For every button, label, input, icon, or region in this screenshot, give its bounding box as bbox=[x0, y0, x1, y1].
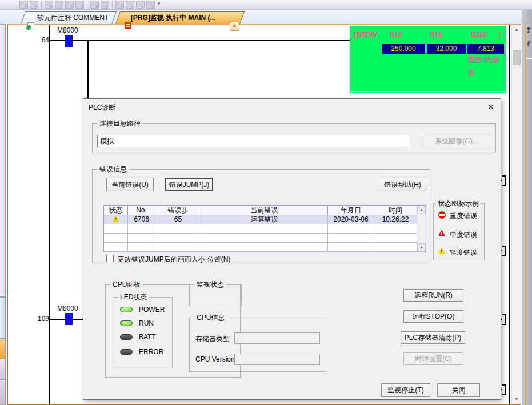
operand-d12: D12 bbox=[390, 31, 402, 39]
scroll-down-icon[interactable]: ▼ bbox=[417, 243, 426, 252]
toolbar-icon-comment-edit[interactable] bbox=[75, 1, 84, 9]
toolbar-icon-comment-view[interactable] bbox=[30, 1, 38, 9]
scrollbar-thumb[interactable] bbox=[513, 50, 521, 65]
monitor-stop-button[interactable]: 监视停止(T) bbox=[381, 383, 430, 397]
device-comment-toolbar: ▾ bbox=[0, 0, 532, 10]
scroll-down-icon[interactable]: ▼ bbox=[512, 395, 521, 404]
col-header-step[interactable]: 错误步 bbox=[155, 206, 201, 215]
error-table: 状态 No. 错误步 当前错误 年月日 时间 ! 6706 65 运算错误 20… bbox=[103, 205, 426, 252]
panel-partial-text: 扌 bbox=[527, 26, 532, 34]
memory-type-field: - bbox=[234, 332, 320, 344]
tab-device-comment-label: 软元件注释 COMMENT bbox=[23, 12, 114, 24]
instruction-end-bracket bbox=[502, 384, 506, 395]
empty-cell bbox=[374, 224, 417, 234]
minor-error-icon: ! bbox=[438, 247, 445, 254]
ladder-vertical-scrollbar[interactable]: ▲ ▼ bbox=[511, 25, 521, 404]
error-row-error-cell[interactable]: 运算错误 bbox=[201, 215, 328, 224]
toolbar-icon-clear-device[interactable] bbox=[115, 1, 124, 9]
status-icon-legend-label: 状态图标示例 bbox=[435, 199, 481, 207]
docked-panel-tab-gray1[interactable] bbox=[0, 359, 6, 379]
toolbar-icon-delete-range[interactable] bbox=[55, 1, 63, 9]
cpu-info-group-label: CPU信息 bbox=[194, 314, 227, 322]
toolbar-overflow-icon[interactable]: ▾ bbox=[158, 1, 161, 6]
resize-after-jump-checkbox[interactable] bbox=[106, 255, 114, 262]
col-header-status[interactable]: 状态 bbox=[104, 206, 128, 215]
document-tab-bar: × 软元件注释 COMMENT [PRG]监视 执行中 MAIN (... ✕ … bbox=[0, 10, 532, 24]
dialog-close-icon[interactable]: ✕ bbox=[486, 102, 496, 112]
empty-cell bbox=[128, 243, 155, 252]
led-error-label: ERROR bbox=[139, 348, 163, 356]
empty-cell bbox=[328, 234, 374, 243]
error-row-date-cell[interactable]: 2020-03-06 bbox=[328, 215, 374, 224]
empty-cell bbox=[104, 234, 128, 243]
connection-path-field[interactable]: 模拟 bbox=[97, 135, 410, 147]
tab-close-button[interactable]: ✕ bbox=[230, 22, 239, 31]
instruction-end-bracket bbox=[502, 175, 506, 186]
dialog-title-bar[interactable]: PLC诊断 ✕ bbox=[83, 99, 501, 115]
contact-m8000-on[interactable] bbox=[65, 35, 73, 47]
monitor-status-group-label: 监视状态 bbox=[194, 280, 226, 288]
connection-path-group-label: 连接目标路径 bbox=[97, 119, 143, 127]
minor-error-label: 轻度错误 bbox=[450, 248, 477, 258]
minor-error-icon: ! bbox=[113, 215, 119, 222]
col-header-date[interactable]: 年月日 bbox=[328, 206, 374, 215]
error-row-step-cell[interactable]: 65 bbox=[155, 215, 201, 224]
dialog-title: PLC诊断 bbox=[89, 103, 115, 113]
instruction-end-bracket bbox=[502, 314, 506, 325]
error-info-group-label: 错误信息 bbox=[97, 165, 129, 173]
rung-number: 64 bbox=[14, 36, 49, 44]
toolbar-icon-comment-list[interactable] bbox=[19, 1, 28, 9]
docked-panel-edge[interactable]: ⋮ 扌 扌 bbox=[522, 10, 532, 405]
dediv-instruction-block[interactable]: [DEDIV D12 D16 D204 ] 250.000 32.000 7.8… bbox=[350, 26, 506, 93]
error-table-scrollbar[interactable]: ▲ ▼ bbox=[417, 206, 426, 252]
instruction-close-bracket: ] bbox=[499, 31, 502, 39]
resize-after-jump-label: 更改错误JUMP后的画面大小·位置(N) bbox=[118, 255, 230, 264]
empty-cell bbox=[201, 243, 328, 252]
docked-panel-tab-gray2[interactable] bbox=[0, 379, 6, 405]
dialog-close-button[interactable]: 关闭 bbox=[437, 383, 480, 397]
rung-line bbox=[49, 40, 350, 41]
tab-prg-monitor[interactable]: [PRG]监视 执行中 MAIN (... bbox=[115, 11, 245, 24]
current-error-button[interactable]: 当前错误(U) bbox=[106, 178, 154, 191]
ladder-right-busbar bbox=[509, 25, 510, 404]
remote-run-button[interactable]: 远程RUN(R) bbox=[403, 289, 463, 302]
tab-device-comment[interactable]: 软元件注释 COMMENT bbox=[21, 11, 117, 24]
toolbar-icon-insert-device[interactable] bbox=[65, 1, 74, 9]
toolbar-separator bbox=[87, 1, 87, 8]
docked-panel-tab-orange[interactable] bbox=[0, 339, 6, 359]
error-jump-button[interactable]: 错误JUMP(J) bbox=[165, 178, 213, 191]
col-header-no[interactable]: No. bbox=[128, 206, 155, 215]
error-help-button[interactable]: 错误帮助(H) bbox=[379, 178, 426, 191]
docked-panel-tab-blue[interactable] bbox=[0, 297, 6, 339]
toolbar-icon-sort-device[interactable] bbox=[136, 1, 145, 9]
error-row-time-cell[interactable]: 10:26:22 bbox=[374, 215, 417, 224]
empty-cell bbox=[328, 243, 374, 252]
col-header-error[interactable]: 当前错误 bbox=[201, 206, 328, 215]
toolbar-icon-cut-row[interactable] bbox=[90, 1, 99, 9]
remote-stop-button[interactable]: 远程STOP(O) bbox=[403, 310, 463, 323]
led-error bbox=[120, 349, 133, 355]
monitor-value-d16: 32.000 bbox=[427, 44, 466, 54]
clock-setting-button[interactable]: 时钟设置(C) bbox=[403, 352, 463, 365]
tab-prg-monitor-label: [PRG]监视 执行中 MAIN (... bbox=[118, 12, 242, 24]
monitor-value-d12: 250.000 bbox=[382, 44, 425, 54]
scroll-up-icon[interactable]: ▲ bbox=[417, 206, 426, 214]
cpu-version-label: CPU Version bbox=[195, 355, 235, 363]
scroll-up-icon[interactable]: ▲ bbox=[512, 25, 521, 34]
toolbar-icon-clear-all[interactable] bbox=[126, 1, 134, 9]
led-power bbox=[120, 307, 133, 312]
cpu-panel-group-label: CPU面板 bbox=[110, 280, 143, 288]
col-header-time[interactable]: 时间 bbox=[374, 206, 417, 215]
contact-m8000-on[interactable] bbox=[65, 313, 73, 325]
empty-cell bbox=[104, 243, 128, 252]
system-image-button[interactable]: 系统图像(G)... bbox=[423, 135, 490, 147]
toolbar-icon-delete-device[interactable] bbox=[45, 1, 53, 9]
toolbar-icon-sort-comment[interactable] bbox=[146, 1, 155, 9]
plc-memory-clear-button[interactable]: PLC存储器清除(P) bbox=[401, 331, 465, 344]
error-row-status-cell[interactable]: ! bbox=[104, 215, 128, 224]
memory-type-label: 存储器类型 bbox=[195, 334, 230, 344]
toolbar-icon-paste-row[interactable] bbox=[101, 1, 109, 9]
panel-gripper-icon: ⋮ bbox=[526, 11, 531, 17]
operand-d16: D16 bbox=[430, 31, 442, 39]
error-row-no-cell[interactable]: 6706 bbox=[128, 215, 155, 224]
